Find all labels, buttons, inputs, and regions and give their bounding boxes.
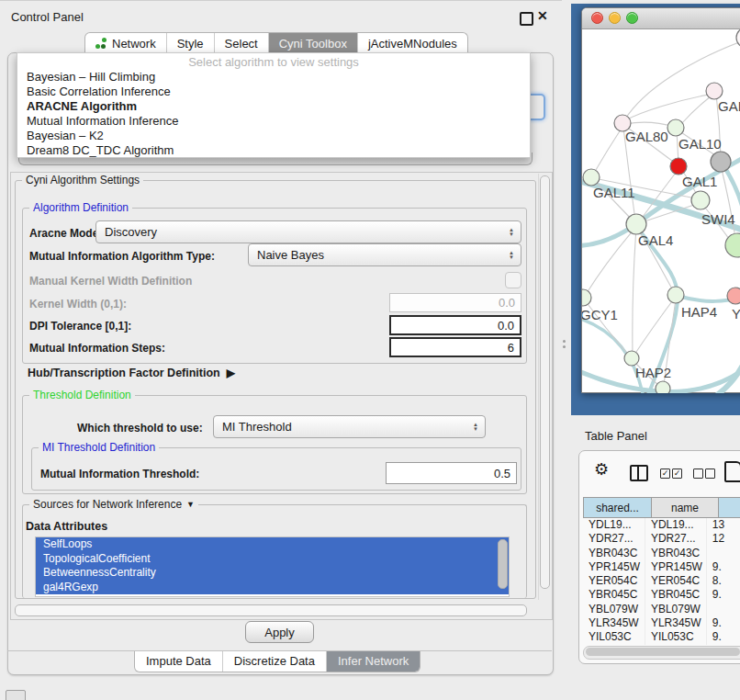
unchecked-checkbox-icon[interactable] bbox=[705, 469, 715, 479]
data-attributes-list[interactable]: SelfLoopsTopologicalCoefficientBetweenne… bbox=[35, 536, 510, 597]
page-icon[interactable] bbox=[724, 461, 740, 482]
table-row[interactable]: YIL053CYIL053C9. bbox=[583, 630, 740, 644]
attribute-item[interactable]: BetweennessCentrality bbox=[36, 566, 509, 581]
tab-cyni-toolbox[interactable]: Cyni Toolbox bbox=[268, 33, 357, 53]
attribute-item[interactable]: TopologicalCoefficient bbox=[36, 552, 509, 567]
data-attributes-label: Data Attributes bbox=[26, 520, 107, 533]
horizontal-scrollbar-thumb[interactable] bbox=[15, 604, 527, 616]
cyni-bottom-tab-bar: Impute DataDiscretize DataInfer Network bbox=[134, 651, 420, 672]
table-cell: YIL053C bbox=[583, 630, 645, 644]
dropdown-item[interactable]: Dream8 DC_TDC Algorithm bbox=[17, 143, 530, 158]
checked-checkbox-icon[interactable]: ✓ bbox=[660, 469, 670, 479]
expand-arrow-icon[interactable]: ▶ bbox=[227, 367, 235, 379]
stepper-arrows-icon: ▲▼ bbox=[509, 251, 514, 260]
network-node-gcy1[interactable] bbox=[582, 289, 591, 306]
float-window-icon[interactable] bbox=[520, 12, 533, 26]
attribute-list-scrollbar-thumb[interactable] bbox=[498, 539, 508, 589]
mi-threshold-field[interactable]: 0.5 bbox=[386, 462, 517, 484]
column-header[interactable]: shared... bbox=[584, 498, 652, 517]
zoom-traffic-light-icon[interactable] bbox=[626, 12, 638, 24]
dpi-tolerance-field[interactable]: 0.0 bbox=[389, 315, 521, 335]
tab-label: Select bbox=[225, 36, 258, 51]
network-node-swi4[interactable] bbox=[691, 191, 710, 209]
network-window[interactable]: GALGAL80GAL10GAL1GAL11SWI4GAL4GCY1HAP4YH… bbox=[581, 7, 740, 393]
tab-network[interactable]: Network bbox=[85, 33, 166, 53]
sources-expander[interactable]: Sources for Network Inference ▼ bbox=[29, 498, 198, 511]
dropdown-item[interactable]: Basic Correlation Inference bbox=[17, 85, 530, 99]
aracne-mode-select[interactable]: Discovery ▲▼ bbox=[95, 220, 521, 243]
which-threshold-select[interactable]: MI Threshold ▲▼ bbox=[213, 415, 486, 438]
dropdown-item[interactable]: Mutual Information Inference bbox=[17, 114, 530, 129]
network-node-y[interactable] bbox=[727, 288, 740, 304]
tab-label: Discretize Data bbox=[234, 654, 315, 668]
column-header[interactable] bbox=[719, 498, 740, 517]
unchecked-checkbox-icon[interactable] bbox=[693, 469, 703, 479]
table-cell: 13 bbox=[707, 518, 740, 532]
mi-steps-field[interactable]: 6 bbox=[389, 337, 521, 357]
apply-button[interactable]: Apply bbox=[245, 621, 314, 643]
dropdown-item[interactable]: Bayesian – K2 bbox=[17, 129, 530, 143]
attribute-item[interactable]: gal4RGexp bbox=[36, 581, 509, 595]
table-cell: YLR345W bbox=[583, 616, 645, 630]
table-row[interactable]: YLR345WYLR345W9. bbox=[583, 616, 740, 630]
vertical-scrollbar-thumb[interactable] bbox=[540, 175, 550, 589]
network-node-hap4[interactable] bbox=[667, 287, 684, 303]
gear-icon[interactable]: ⚙ bbox=[594, 461, 609, 478]
network-window-titlebar[interactable] bbox=[582, 8, 740, 29]
bottom-tab-discretize-data[interactable]: Discretize Data bbox=[222, 651, 326, 672]
table-row[interactable]: YDL19...YDL19...13 bbox=[583, 518, 740, 532]
collapse-arrow-icon[interactable]: ▼ bbox=[186, 500, 195, 509]
kernel-width-field[interactable]: 0.0 bbox=[389, 293, 521, 312]
table-body: YDL19...YDL19...13YDR27...YDR27...12YBR0… bbox=[583, 518, 740, 645]
checked-checkbox-icon[interactable]: ✓ bbox=[672, 469, 682, 479]
network-node[interactable] bbox=[711, 152, 731, 172]
network-canvas[interactable]: GALGAL80GAL10GAL1GAL11SWI4GAL4GCY1HAP4YH… bbox=[582, 28, 740, 393]
network-node-hap2[interactable] bbox=[624, 351, 639, 366]
stepper-arrows-icon: ▲▼ bbox=[473, 423, 478, 432]
table-cell: YBL079W bbox=[645, 603, 707, 616]
network-node[interactable] bbox=[656, 381, 670, 393]
dropdown-item[interactable]: ARACNE Algorithm bbox=[17, 99, 530, 114]
table-scrollbar-thumb[interactable] bbox=[586, 648, 740, 656]
tab-style[interactable]: Style bbox=[166, 33, 214, 53]
dropdown-item[interactable]: Bayesian – Hill Climbing bbox=[17, 70, 530, 85]
bottom-tab-infer-network[interactable]: Infer Network bbox=[326, 651, 420, 672]
network-node-gal10[interactable] bbox=[667, 119, 684, 136]
control-panel-tab-bar: NetworkStyleSelectCyni ToolboxjActiveMNo… bbox=[84, 32, 468, 53]
network-node-gal11[interactable] bbox=[583, 169, 600, 186]
table-row[interactable]: YDR27...YDR27...12 bbox=[583, 532, 740, 546]
attribute-item[interactable]: SelfLoops bbox=[36, 537, 509, 552]
table-row[interactable]: YPR145WYPR145W9. bbox=[583, 560, 740, 574]
table-horizontal-scrollbar[interactable] bbox=[583, 646, 740, 660]
tab-select[interactable]: Select bbox=[214, 33, 268, 53]
split-columns-icon[interactable] bbox=[630, 465, 648, 481]
network-node[interactable] bbox=[736, 28, 740, 48]
close-icon[interactable]: ✕ bbox=[537, 8, 548, 23]
table-cell: YPR145W bbox=[645, 560, 707, 574]
mi-type-select[interactable]: Naive Bayes ▲▼ bbox=[248, 243, 521, 266]
minimize-traffic-light-icon[interactable] bbox=[609, 12, 621, 24]
network-node-gal4[interactable] bbox=[626, 214, 646, 234]
aracne-mode-value: Discovery bbox=[105, 225, 157, 239]
table-row[interactable]: YBR045CYBR045C9. bbox=[583, 588, 740, 602]
bottom-tab-impute-data[interactable]: Impute Data bbox=[135, 651, 222, 672]
corner-toggle-button[interactable] bbox=[6, 690, 26, 700]
table-row[interactable]: YER054CYER054C8. bbox=[583, 574, 740, 588]
table-row[interactable]: YBL079WYBL079W bbox=[583, 603, 740, 616]
tab-jactivemnodules[interactable]: jActiveMNodules bbox=[357, 33, 467, 53]
hub-definition-expander[interactable]: Hub/Transcription Factor Definition ▶ bbox=[28, 367, 235, 379]
close-traffic-light-icon[interactable] bbox=[591, 12, 603, 24]
manual-kernel-checkbox[interactable] bbox=[505, 272, 521, 288]
mi-type-label: Mutual Information Algorithm Type: bbox=[29, 250, 215, 263]
dropdown-placeholder: Select algorithm to view settings bbox=[17, 55, 530, 70]
table-row[interactable]: YBR043CYBR043C bbox=[583, 547, 740, 560]
column-header[interactable]: name bbox=[652, 498, 719, 517]
network-edge bbox=[633, 228, 636, 355]
network-node-gal[interactable] bbox=[706, 83, 723, 99]
panel-title: Control Panel bbox=[11, 10, 84, 24]
table-cell: YBR043C bbox=[583, 547, 645, 560]
splitter-grip[interactable] bbox=[563, 340, 566, 343]
tab-label: Impute Data bbox=[146, 654, 211, 668]
tab-label: Infer Network bbox=[338, 654, 409, 668]
network-node-gal1[interactable] bbox=[670, 158, 687, 175]
